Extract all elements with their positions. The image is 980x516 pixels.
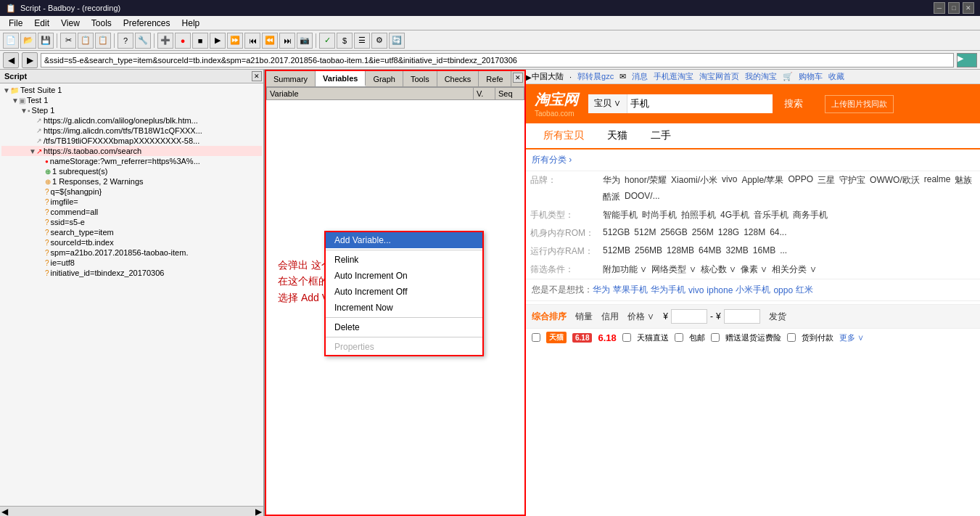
context-menu-auto-increment-on[interactable]: Auto Increment On (326, 268, 482, 284)
toolbar-save[interactable]: 💾 (38, 33, 54, 49)
tree-item-sourceid[interactable]: ? sourceId=tb.index (1, 237, 262, 247)
left-panel-close[interactable]: ✕ (252, 71, 262, 81)
sort-sales[interactable]: 销量 (575, 311, 593, 323)
home-link[interactable]: 淘宝网首页 (699, 71, 739, 82)
tree-item-responses[interactable]: ⊕ 1 Responses, 2 Warnings (1, 176, 262, 187)
toolbar-new[interactable]: 📄 (3, 33, 19, 49)
filter-extra-category[interactable]: 相关分类 ∨ (772, 263, 816, 276)
all-categories-link[interactable]: 所有分类 › (532, 154, 572, 166)
tree-item-taobao[interactable]: ▼ ↗ https://s.taobao.com/search (1, 146, 262, 156)
my-taobao-link[interactable]: 我的淘宝 (745, 71, 777, 82)
toolbar-cut[interactable]: ✂ (60, 33, 76, 49)
context-menu-increment-now[interactable]: Increment Now (326, 300, 482, 316)
tree-item-imgfile[interactable]: ? imgfile= (1, 197, 262, 207)
rom-512m[interactable]: 512M (634, 227, 656, 237)
toolbar-record-red[interactable]: ● (175, 33, 191, 49)
toolbar-next[interactable]: ⏭ (279, 33, 295, 49)
sort-comprehensive[interactable]: 综合排序 (532, 311, 567, 323)
menu-preferences[interactable]: Preferences (118, 17, 176, 30)
type-camera[interactable]: 拍照手机 (681, 209, 716, 221)
nav-tianmao[interactable]: 天猫 (596, 123, 639, 148)
brand-doov[interactable]: DOOV/... (625, 191, 660, 203)
tree-item-searchtype[interactable]: ? search_type=item (1, 227, 262, 237)
suggestion-oppo[interactable]: oppo (773, 285, 793, 295)
price-from-input[interactable] (671, 309, 707, 324)
tab-summary[interactable]: Summary (266, 71, 316, 86)
suggestion-huawei[interactable]: 华为 (593, 284, 610, 296)
maximize-button[interactable]: □ (948, 2, 960, 14)
search-category[interactable]: 宝贝 ∨ (588, 94, 627, 113)
rom-128g[interactable]: 128G (718, 227, 739, 237)
tianmao-direct-checkbox[interactable] (622, 333, 631, 342)
toolbar-add[interactable]: ➕ (157, 33, 173, 49)
type-4g[interactable]: 4G手机 (720, 209, 749, 221)
filter-extra-cores[interactable]: 核心数 ∨ (701, 263, 736, 276)
tree-item-namestorage[interactable]: ● nameStorage:?wm_referrer=https%3A%... (1, 156, 262, 166)
tree-item-spm[interactable]: ? spm=a21bo.2017.201856-taobao-item. (1, 247, 262, 258)
type-smart[interactable]: 智能手机 (603, 209, 638, 221)
close-button[interactable]: ✕ (963, 2, 974, 14)
toolbar-open[interactable]: 📂 (20, 33, 36, 49)
rom-64[interactable]: 64... (770, 227, 786, 237)
brand-honor[interactable]: honor/荣耀 (625, 174, 667, 187)
tianmao-checkbox[interactable] (532, 333, 540, 342)
brand-shubao[interactable]: 守护宝 (839, 174, 865, 187)
toolbar-stop[interactable]: ■ (192, 33, 208, 49)
tree-item-q1[interactable]: ? q=${shangpin} (1, 187, 262, 197)
toolbar-refresh[interactable]: 🔄 (389, 33, 405, 49)
toolbar-rewind[interactable]: ⏮ (244, 33, 260, 49)
sort-price[interactable]: 价格 ∨ (627, 311, 654, 323)
menu-file[interactable]: File (3, 17, 28, 30)
brand-oppo[interactable]: OPPO (788, 174, 813, 187)
toolbar-prev[interactable]: ⏪ (262, 33, 278, 49)
sort-credit[interactable]: 信用 (601, 311, 619, 323)
brand-realme[interactable]: realme (924, 174, 951, 187)
back-button[interactable]: ◀ (3, 52, 19, 68)
toolbar-paste[interactable]: 📋 (95, 33, 111, 49)
filter-extra-pixel[interactable]: 像素 ∨ (741, 263, 767, 276)
rom-512gb[interactable]: 512GB (603, 227, 630, 237)
tree-item-link3[interactable]: ↗ /tfs/TB19tliOFXXXXbmapXXXXXXXXX-58... (1, 136, 262, 146)
ram-more[interactable]: ... (780, 245, 787, 255)
tab-arrow-right[interactable]: ▶ (523, 71, 535, 86)
brand-vivo[interactable]: vivo (722, 174, 737, 187)
ram-128mb[interactable]: 128MB (667, 245, 694, 255)
menu-help[interactable]: Help (176, 17, 206, 30)
more-filters-btn[interactable]: 更多 ∨ (839, 332, 864, 343)
center-panel-close[interactable]: ✕ (513, 73, 523, 83)
address-input[interactable] (41, 53, 954, 67)
type-music[interactable]: 音乐手机 (754, 209, 788, 221)
tree-item-subrequest[interactable]: ⊕ 1 subrequest(s) (1, 166, 262, 176)
toolbar-list[interactable]: ☰ (354, 33, 370, 49)
tree-item-ssid[interactable]: ? ssid=s5-e (1, 217, 262, 227)
tree-item-ie[interactable]: ? ie=utf8 (1, 258, 262, 268)
suggestion-huawei-phone[interactable]: 华为手机 (651, 284, 685, 296)
filter-extra-network[interactable]: 网络类型 ∨ (651, 263, 696, 276)
rom-128m[interactable]: 128M (744, 227, 765, 237)
messages-link[interactable]: 消息 (632, 71, 648, 82)
type-fashion[interactable]: 时尚手机 (642, 209, 677, 221)
brand-owwo[interactable]: OWWO/欧沃 (870, 174, 920, 187)
tree-item-initiative[interactable]: ? initiative_id=tbindexz_20170306 (1, 268, 262, 278)
ram-256mb[interactable]: 256MB (635, 245, 662, 255)
filter-extra-func[interactable]: 附加功能 ∨ (603, 263, 647, 276)
tree-item-commend[interactable]: ? commend=all (1, 207, 262, 217)
forward-button[interactable]: ▶ (22, 52, 38, 68)
context-menu-properties[interactable]: Properties (326, 339, 482, 355)
tab-variables[interactable]: Variables (316, 71, 366, 86)
tree-item-test1[interactable]: ▼ ▣ Test 1 (1, 95, 262, 105)
tree-item-testsuite[interactable]: ▼ 📁 Test Suite 1 (1, 85, 262, 95)
tree-item-step1[interactable]: ▼ ▪ Step 1 (1, 105, 262, 115)
toolbar-extra[interactable]: 🔧 (135, 33, 151, 49)
price-to-input[interactable] (724, 309, 760, 324)
brand-xiaomi[interactable]: Xiaomi/小米 (671, 174, 717, 187)
context-menu-delete[interactable]: Delete (326, 319, 482, 335)
sort-ship[interactable]: 发货 (769, 311, 786, 323)
toolbar-help[interactable]: ? (118, 33, 133, 49)
tree-item-link2[interactable]: ↗ https://img.alicdn.com/tfs/TB18W1cQFXX… (1, 126, 262, 136)
suggestion-iphone[interactable]: iphone (707, 285, 733, 295)
context-menu-auto-increment-off[interactable]: Auto Increment Off (326, 284, 482, 300)
menu-edit[interactable]: Edit (28, 17, 55, 30)
context-menu-add-variable[interactable]: Add Variable... (326, 232, 482, 248)
favorites-link[interactable]: 收藏 (828, 71, 844, 82)
